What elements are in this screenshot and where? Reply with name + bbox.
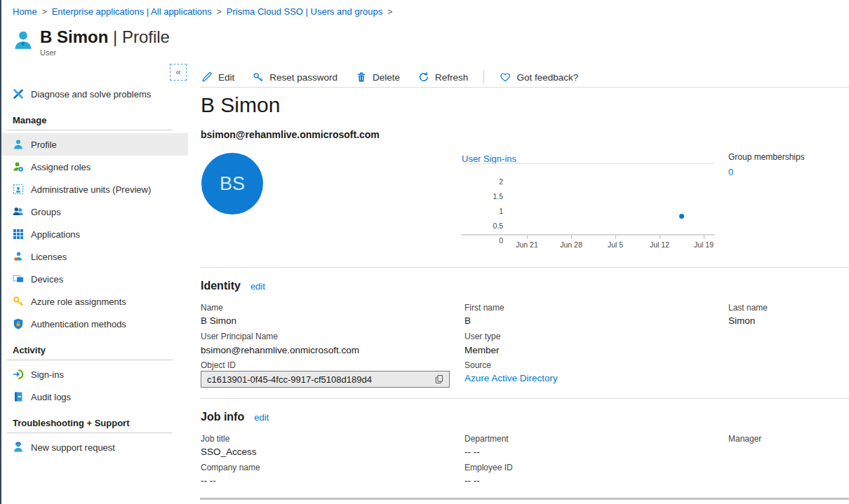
upn-label: User Principal Name bbox=[201, 332, 278, 341]
heart-icon bbox=[500, 71, 511, 83]
copy-icon bbox=[434, 374, 444, 384]
sidebar-section-troubleshooting: Troubleshooting + Support bbox=[1, 408, 188, 433]
refresh-icon bbox=[418, 71, 429, 83]
group-memberships-count-link[interactable]: 0 bbox=[728, 167, 805, 177]
company-name-label: Company name bbox=[201, 463, 260, 472]
sidebar-section-manage: Manage bbox=[1, 105, 188, 130]
toolbar-divider bbox=[483, 70, 484, 84]
grid-icon bbox=[13, 229, 24, 240]
department-label: Department bbox=[464, 434, 509, 444]
signin-data-point bbox=[679, 214, 684, 219]
devices-icon bbox=[13, 273, 24, 285]
license-person-icon bbox=[13, 251, 24, 262]
sidebar-item-assigned-roles[interactable]: Assigned roles bbox=[1, 156, 188, 178]
job-info-edit-link[interactable]: edit bbox=[254, 412, 269, 423]
chart-plot-area: 2 1.5 1 0.5 0 Jun 21 Jun 28 Jul 5 Jul 12… bbox=[462, 163, 714, 245]
sidebar-divider bbox=[7, 130, 173, 130]
y-tick: 1.5 bbox=[468, 192, 503, 200]
y-tick: 0 bbox=[468, 236, 503, 245]
people-icon bbox=[13, 206, 24, 217]
user-signins-chart: User Sign-ins 2 1.5 1 0.5 0 Jun 21 Jun 2… bbox=[462, 152, 714, 250]
x-tick-label: Jun 28 bbox=[550, 240, 592, 249]
breadcrumb-prisma-cloud-sso[interactable]: Prisma Cloud SSO | Users and groups bbox=[227, 6, 382, 17]
dashed-unit-icon bbox=[13, 184, 24, 195]
sidebar-item-groups[interactable]: Groups bbox=[1, 200, 188, 223]
sidebar-section-activity: Activity bbox=[1, 335, 188, 360]
trash-icon bbox=[356, 71, 367, 83]
avatar: BS bbox=[201, 153, 263, 214]
avatar-initials: BS bbox=[220, 173, 245, 195]
page-subtitle: User bbox=[40, 48, 170, 57]
copy-button[interactable] bbox=[429, 372, 449, 387]
page-title: B Simon | Profile bbox=[40, 27, 170, 48]
page-title-block: B Simon | Profile User bbox=[13, 27, 170, 57]
person-icon bbox=[13, 139, 24, 150]
refresh-button[interactable]: Refresh bbox=[418, 71, 468, 83]
sidebar-item-devices[interactable]: Devices bbox=[1, 268, 188, 290]
chevron-double-left-icon: « bbox=[175, 67, 180, 77]
group-memberships: Group memberships 0 bbox=[728, 152, 805, 177]
sidebar-item-sign-ins[interactable]: Sign-ins bbox=[1, 363, 188, 386]
sidebar-item-administrative-units[interactable]: Administrative units (Preview) bbox=[1, 178, 188, 200]
group-memberships-label: Group memberships bbox=[728, 152, 805, 162]
x-tick-label: Jul 19 bbox=[683, 240, 725, 249]
reset-password-button[interactable]: Reset password bbox=[253, 71, 337, 83]
sign-in-arrow-icon bbox=[13, 369, 24, 380]
edit-button[interactable]: Edit bbox=[201, 71, 234, 83]
x-tick-mark bbox=[704, 236, 704, 239]
feedback-button[interactable]: Got feedback? bbox=[500, 71, 578, 83]
manager-label: Manager bbox=[728, 434, 761, 444]
source-link[interactable]: Azure Active Directory bbox=[464, 373, 558, 383]
sidebar-divider bbox=[7, 360, 173, 360]
sidebar-item-azure-role-assignments[interactable]: Azure role assignments bbox=[1, 290, 188, 313]
delete-button[interactable]: Delete bbox=[356, 71, 400, 83]
person-badge-icon bbox=[13, 161, 24, 172]
object-id-field[interactable]: c1613901-0f45-4fcc-9917-cf5108d189d4 bbox=[201, 371, 450, 388]
employee-id-label: Employee ID bbox=[464, 463, 513, 472]
breadcrumb-separator: > bbox=[217, 7, 222, 17]
y-tick: 2 bbox=[468, 177, 503, 186]
support-person-icon bbox=[13, 442, 24, 453]
x-tick-label: Jun 21 bbox=[506, 240, 548, 249]
command-bar: Edit Reset password Delete Refresh bbox=[201, 68, 596, 86]
key-icon bbox=[253, 71, 264, 83]
last-name-label: Last name bbox=[728, 303, 768, 313]
log-book-icon bbox=[13, 391, 24, 402]
sidebar-item-audit-logs[interactable]: Audit logs bbox=[1, 386, 188, 408]
user-signins-link[interactable]: User Sign-ins bbox=[462, 154, 516, 164]
sidebar-item-applications[interactable]: Applications bbox=[1, 223, 188, 245]
breadcrumb-separator: > bbox=[42, 7, 47, 17]
object-id-label: Object ID bbox=[201, 360, 236, 370]
breadcrumb-home[interactable]: Home bbox=[13, 6, 37, 17]
bottom-separator bbox=[200, 498, 849, 500]
company-name-value: -- -- bbox=[201, 475, 216, 486]
department-value: -- -- bbox=[464, 447, 480, 457]
sidebar-divider bbox=[7, 433, 173, 433]
breadcrumb-separator: > bbox=[387, 7, 392, 17]
sidebar-item-new-support-request[interactable]: New support request bbox=[1, 436, 188, 458]
user-principal-name-header: bsimon@rehanmlive.onmicrosoft.com bbox=[201, 129, 380, 140]
sidebar-item-authentication-methods[interactable]: Authentication methods bbox=[1, 313, 188, 335]
job-title-label: Job title bbox=[201, 434, 229, 444]
sidebar-item-licenses[interactable]: Licenses bbox=[1, 245, 188, 268]
first-name-label: First name bbox=[464, 303, 504, 313]
sidebar: Diagnose and solve problems Manage Profi… bbox=[1, 79, 188, 458]
breadcrumb-enterprise-applications[interactable]: Enterprise applications | All applicatio… bbox=[52, 6, 212, 17]
identity-edit-link[interactable]: edit bbox=[250, 281, 265, 292]
upn-value: bsimon@rehanmlive.onmicrosoft.com bbox=[201, 345, 359, 355]
sidebar-item-profile[interactable]: Profile bbox=[1, 133, 188, 156]
object-id-value: c1613901-0f45-4fcc-9917-cf5108d189d4 bbox=[201, 374, 429, 385]
tools-icon bbox=[13, 88, 24, 100]
x-tick-mark bbox=[527, 236, 528, 239]
x-tick-mark bbox=[615, 236, 616, 239]
sidebar-item-diagnose[interactable]: Diagnose and solve problems bbox=[1, 83, 188, 105]
azure-user-profile-page: Home > Enterprise applications | All app… bbox=[0, 0, 849, 504]
user-type-label: User type bbox=[464, 332, 500, 341]
first-name-value: B bbox=[464, 315, 471, 326]
name-value: B Simon bbox=[201, 315, 236, 326]
y-tick: 1 bbox=[468, 207, 503, 215]
x-tick-label: Jul 12 bbox=[639, 240, 681, 249]
last-name-value: Simon bbox=[728, 315, 755, 326]
x-tick-mark bbox=[660, 236, 660, 239]
y-tick: 0.5 bbox=[468, 222, 503, 230]
